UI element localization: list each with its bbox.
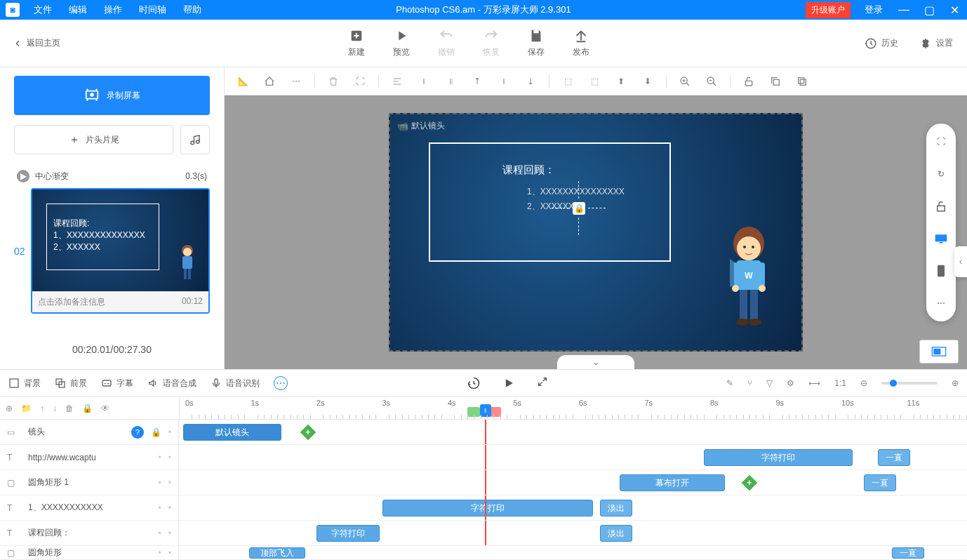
rewind-button[interactable] xyxy=(467,376,481,390)
tab-asr[interactable]: 语音识别 xyxy=(211,378,260,389)
tab-subtitle[interactable]: 字幕 xyxy=(101,378,133,389)
th-folder-icon[interactable]: 📁 xyxy=(21,404,32,413)
stage-character[interactable]: W xyxy=(717,224,780,336)
login-button[interactable]: 登录 xyxy=(856,4,891,16)
save-button[interactable]: 保存 xyxy=(528,28,545,58)
align-left-icon[interactable] xyxy=(386,72,408,91)
th-delete-icon[interactable]: 🗑 xyxy=(65,404,74,413)
paste-icon[interactable] xyxy=(791,72,813,91)
rt-range-icon[interactable]: ⟷ xyxy=(808,378,820,388)
th-up-icon[interactable]: ↑ xyxy=(40,404,44,413)
align-middle-icon[interactable]: ⫲ xyxy=(493,72,515,91)
preview-button[interactable]: 预览 xyxy=(393,28,410,58)
right-edge-toggle[interactable]: ‹ xyxy=(954,246,967,277)
clip-fadeout-2[interactable]: 淡出 xyxy=(600,525,632,542)
ft-mobile-icon[interactable] xyxy=(933,262,949,279)
lock-icon[interactable]: 🔒 xyxy=(151,427,161,437)
menu-file[interactable]: 文件 xyxy=(25,4,60,16)
zoom-in-icon[interactable] xyxy=(674,72,696,91)
mini-view[interactable] xyxy=(919,340,959,364)
clip-char-print-2[interactable]: 字符打印 xyxy=(382,500,593,516)
svg-rect-29 xyxy=(740,290,747,319)
settings-button[interactable]: 设置 xyxy=(919,37,953,50)
ft-rotate-icon[interactable]: ↻ xyxy=(933,166,949,182)
fullscreen-button[interactable] xyxy=(537,376,548,390)
th-lock-icon[interactable]: 🔒 xyxy=(82,404,93,413)
play-button[interactable] xyxy=(502,376,516,390)
rt-edit-icon[interactable]: ✎ xyxy=(726,378,733,388)
play-icon[interactable]: ▶ xyxy=(17,170,29,182)
head-tail-button[interactable]: ＋片头片尾 xyxy=(14,125,173,154)
copy-icon[interactable] xyxy=(764,72,787,91)
menu-action[interactable]: 操作 xyxy=(95,4,131,16)
more-icon[interactable]: ⋯ xyxy=(285,72,307,91)
minimize-button[interactable]: — xyxy=(891,4,916,16)
dist-h-icon[interactable]: ⬚ xyxy=(556,72,579,91)
delete-icon[interactable] xyxy=(322,72,345,91)
clip-always-2[interactable]: 一直 xyxy=(864,474,896,491)
music-button[interactable] xyxy=(180,125,210,154)
back-button[interactable]: 返回主页 xyxy=(0,37,73,49)
home-icon[interactable] xyxy=(258,72,281,91)
stage-content[interactable]: 📹 默认镜头 课程回顾： 1、XXXXXXXXXXXXXXX2、XXXXXX 🔒… xyxy=(389,113,803,352)
maximize-button[interactable]: ▢ xyxy=(916,4,942,17)
rt-ratio-icon[interactable]: 1:1 xyxy=(834,378,846,388)
th-add-icon[interactable]: ⊕ xyxy=(6,404,13,413)
rt-zoom-in-icon[interactable]: ⊕ xyxy=(952,378,959,388)
rt-funnel-icon[interactable]: ▽ xyxy=(766,378,773,388)
rt-filter-icon[interactable]: ⑂ xyxy=(747,378,752,388)
close-button[interactable]: ✕ xyxy=(942,4,967,17)
clip-char-print-1[interactable]: 字符打印 xyxy=(704,449,853,466)
undo-button[interactable]: 撤销 xyxy=(438,28,455,58)
clip-char-print-3[interactable]: 字符打印 xyxy=(316,525,380,542)
stage-toggle[interactable]: ⌄ xyxy=(557,355,634,369)
menu-help[interactable]: 帮助 xyxy=(175,4,210,16)
help-icon[interactable]: ? xyxy=(131,426,144,439)
dist-v-icon[interactable]: ⬚ xyxy=(583,72,606,91)
add-keyframe-2[interactable] xyxy=(742,475,758,491)
align-top-icon[interactable]: ⤒ xyxy=(466,72,488,91)
add-keyframe[interactable] xyxy=(300,425,316,441)
crop-icon[interactable]: ⛶ xyxy=(349,72,371,91)
record-button[interactable]: 录制屏幕 xyxy=(14,76,210,115)
rt-zoom-out-icon[interactable]: ⊖ xyxy=(860,378,867,388)
bring-front-icon[interactable]: ⬆ xyxy=(610,72,632,91)
publish-button[interactable]: 发布 xyxy=(573,28,589,58)
zoom-out-icon[interactable] xyxy=(700,72,723,91)
clip-fadeout-1[interactable]: 淡出 xyxy=(600,500,632,516)
unlock-icon[interactable] xyxy=(738,72,760,91)
send-back-icon[interactable]: ⬇ xyxy=(636,72,659,91)
th-down-icon[interactable]: ↓ xyxy=(53,404,57,413)
playhead[interactable]: ⦀ xyxy=(480,404,491,417)
clip-always-3[interactable]: 一直 xyxy=(892,547,924,559)
tab-foreground[interactable]: 前景 xyxy=(55,378,87,389)
align-right-icon[interactable]: ⫴ xyxy=(439,72,462,91)
clip-always-1[interactable]: 一直 xyxy=(878,449,910,466)
ft-more-icon[interactable]: ⋯ xyxy=(933,295,949,312)
upgrade-button[interactable]: 升级账户 xyxy=(806,2,851,18)
timeline-ruler[interactable]: ⦀ 0s1s2s3s4s5s6s7s8s9s10s11s12s13s xyxy=(179,397,967,419)
clip-curtain[interactable]: 幕布打开 xyxy=(620,474,725,491)
redo-button[interactable]: 恢复 xyxy=(483,28,500,58)
th-eye-icon[interactable]: 👁 xyxy=(101,404,109,413)
tab-tts[interactable]: 语音合成 xyxy=(147,378,196,389)
menu-edit[interactable]: 编辑 xyxy=(60,4,95,16)
ft-unlock-icon[interactable] xyxy=(933,198,949,215)
stage-title[interactable]: 课程回顾： xyxy=(502,164,555,177)
align-bottom-icon[interactable]: ⤓ xyxy=(519,72,542,91)
clip-flyin[interactable]: 顶部飞入 xyxy=(249,547,305,559)
align-center-h-icon[interactable]: ⫲ xyxy=(413,72,435,91)
scene-thumbnail[interactable]: 02 课程回顾:1、XXXXXXXXXXXXXX2、XXXXXX 点击添加备注信… xyxy=(31,188,210,314)
clip-shot[interactable]: 默认镜头 xyxy=(183,424,281,441)
new-button[interactable]: 新建 xyxy=(348,28,365,58)
ruler-icon[interactable]: 📐 xyxy=(232,72,254,91)
ft-fit-icon[interactable]: ⛶ xyxy=(933,133,949,150)
history-button[interactable]: 历史 xyxy=(865,37,898,50)
rt-adjust-icon[interactable]: ⚙ xyxy=(787,378,794,388)
ft-desktop-icon[interactable] xyxy=(933,230,949,247)
tab-background[interactable]: 背景 xyxy=(8,378,41,389)
tab-more[interactable]: ⋯ xyxy=(274,376,288,390)
note-placeholder[interactable]: 点击添加备注信息 xyxy=(38,296,105,308)
menu-timeline[interactable]: 时间轴 xyxy=(131,4,175,16)
canvas-stage[interactable]: 📹 默认镜头 课程回顾： 1、XXXXXXXXXXXXXXX2、XXXXXX 🔒… xyxy=(225,95,967,369)
